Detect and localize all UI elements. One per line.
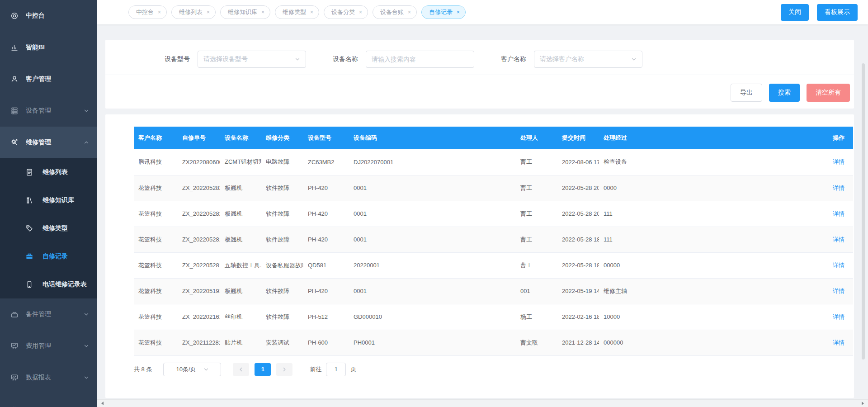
tab-label: 维修类型 [283,8,306,16]
table-cell: PH0001 [349,330,516,355]
sidebar-submenu: 维修列表维修知识库维修类型自修记录电话维修记录表 [0,158,97,298]
device-model-select[interactable]: 请选择设备型号 [198,51,306,68]
device-name-input[interactable] [372,56,468,63]
table-cell: 111 [599,227,817,252]
tab-close-icon[interactable]: × [310,9,313,15]
table-cell: PH-600 [303,330,349,355]
tab-0[interactable]: 中控台× [128,5,167,19]
tab-3[interactable]: 维修类型× [275,5,319,19]
sidebar-menu: 中控台智能BI客户管理设备管理维修管理维修列表维修知识库维修类型自修记录电话维修… [0,0,97,407]
table-cell: 杨工 [516,304,557,330]
tab-close-icon[interactable]: × [408,9,411,15]
table-cell: ZX_202205281... [178,252,220,278]
search-button[interactable]: 搜索 [769,84,800,102]
table-cell: 板翘机 [220,227,261,252]
device-model-placeholder: 请选择设备型号 [203,55,248,63]
sidebar-item-partial[interactable] [0,393,97,407]
vertical-scrollbar-thumb[interactable] [862,63,865,360]
customer-name-placeholder: 请选择客户名称 [540,55,584,63]
pagination: 共 8 条 10条/页 1 前往 页 [134,363,853,376]
tab-4[interactable]: 设备分类× [324,5,368,19]
table-cell: ZX_202205281... [178,227,220,252]
tab-6[interactable]: 自修记录× [421,5,466,19]
detail-link[interactable]: 详情 [833,158,844,165]
detail-link[interactable]: 详情 [833,339,844,346]
table-header-cell: 客户名称 [134,127,178,149]
tab-close-icon[interactable]: × [158,9,161,15]
table-row: 花篮科技ZX_202205191...板翘机软件故障PH-42000010012… [134,278,853,304]
detail-link[interactable]: 详情 [833,210,844,217]
table-cell: 软件故障 [261,227,303,252]
sidebar-item-repair-list[interactable]: 维修列表 [0,158,97,186]
scroll-right-arrow-icon[interactable] [862,402,866,405]
table-action-cell: 详情 [817,175,853,201]
sidebar-item-expense-management[interactable]: 费用管理 [0,330,97,362]
sidebar-item-repair-type[interactable]: 维修类型 [0,214,97,242]
board-display-button[interactable]: 看板展示 [817,4,858,21]
sidebar-item-phone-repair-record[interactable]: 电话维修记录表 [0,270,97,298]
sidebar: 中控台智能BI客户管理设备管理维修管理维修列表维修知识库维修类型自修记录电话维修… [0,0,97,407]
customer-name-select[interactable]: 请选择客户名称 [534,51,642,68]
export-button[interactable]: 导出 [731,84,762,102]
table-cell: 20220001 [349,252,516,278]
table-header-cell: 提交时间 [557,127,599,149]
table-cell: 花篮科技 [134,304,178,330]
current-page-button[interactable]: 1 [255,363,271,376]
previous-page-button[interactable] [233,363,249,376]
spare-icon [10,310,19,318]
sidebar-item-spare-parts-management[interactable]: 备件管理 [0,298,97,330]
device-name-field [366,51,474,68]
table-cell: 丝印机 [220,304,261,330]
detail-link[interactable]: 详情 [833,236,844,243]
tab-label: 设备分类 [331,8,355,16]
table-cell: 软件故障 [261,175,303,201]
table-cell: 腾讯科技 [134,149,178,175]
sidebar-item-data-report[interactable]: 数据报表 [0,362,97,393]
sidebar-item-label: 维修列表 [42,168,89,176]
goto-page-input[interactable] [326,363,346,376]
sidebar-item-label: 维修类型 [42,224,89,232]
scroll-left-arrow-icon[interactable] [99,402,104,405]
tab-1[interactable]: 维修列表× [171,5,216,19]
detail-link[interactable]: 详情 [833,262,844,269]
next-page-button[interactable] [276,363,292,376]
table-cell: DJ2022070001 [349,149,516,175]
table-header-row: 客户名称自修单号设备名称维修分类设备型号设备编码处理人提交时间处理经过操作 [134,127,853,149]
table-row: 花篮科技ZX_202205281...板翘机软件故障PH-4200001曹工20… [134,227,853,252]
tab-close-icon[interactable]: × [457,9,460,15]
detail-link[interactable]: 详情 [833,185,844,191]
sidebar-item-smart-bi[interactable]: 智能BI [0,32,97,63]
table-header-cell: 自修单号 [178,127,220,149]
sidebar-item-repair-knowledge-base[interactable]: 维修知识库 [0,186,97,214]
tab-close-icon[interactable]: × [261,9,264,15]
table-cell: 2022-05-28 18:... [557,252,599,278]
sidebar-item-label: 自修记录 [42,252,89,260]
table-cell: 花篮科技 [134,201,178,227]
table-row: 花篮科技ZX_202202161...丝印机软件故障PH-512GD000010… [134,304,853,330]
page-size-select[interactable]: 10条/页 [163,363,221,376]
sidebar-item-label: 费用管理 [26,342,84,350]
horizontal-scrollbar[interactable] [97,399,868,407]
chevron-down-icon [84,343,89,349]
table-cell: PH-420 [303,278,349,304]
table-cell: GD000010 [349,304,516,330]
tab-close-icon[interactable]: × [359,9,362,15]
sidebar-item-label: 电话维修记录表 [42,280,89,289]
tab-2[interactable]: 维修知识库× [220,5,270,19]
detail-link[interactable]: 详情 [833,288,844,294]
tab-close-icon[interactable]: × [207,9,210,15]
sidebar-item-console[interactable]: 中控台 [0,0,97,32]
table-cell: 2022-05-28 20:... [557,175,599,201]
sidebar-item-customer-management[interactable]: 客户管理 [0,63,97,95]
device-model-label: 设备型号 [165,55,190,63]
sidebar-item-self-repair-record[interactable]: 自修记录 [0,242,97,270]
sidebar-item-repair-management[interactable]: 维修管理 [0,127,97,158]
sidebar-item-device-management[interactable]: 设备管理 [0,95,97,127]
table-cell: 111 [599,201,817,227]
clear-all-button[interactable]: 清空所有 [807,84,850,102]
tab-5[interactable]: 设备台账× [373,5,417,19]
detail-link[interactable]: 详情 [833,313,844,320]
close-button[interactable]: 关闭 [781,4,809,21]
table-cell: 2022-08-06 17:... [557,149,599,175]
sidebar-item-label: 备件管理 [26,310,84,318]
